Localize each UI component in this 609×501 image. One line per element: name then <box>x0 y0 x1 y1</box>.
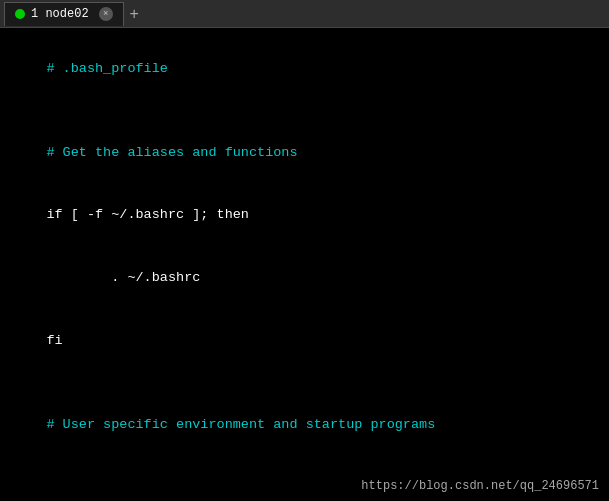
line-5: . ~/.bashrc <box>14 247 595 310</box>
line-9 <box>14 456 595 477</box>
line-3: # Get the aliases and functions <box>14 122 595 185</box>
tab-close-icon[interactable]: × <box>99 7 113 21</box>
title-bar: 1 node02 × + <box>0 0 609 28</box>
line-3-text: # Get the aliases and functions <box>46 145 297 160</box>
tab-dot <box>15 9 25 19</box>
line-4: if [ -f ~/.bashrc ]; then <box>14 184 595 247</box>
line-8-text: # User specific environment and startup … <box>46 417 435 432</box>
line-6-text: fi <box>46 333 62 348</box>
terminal-body: # .bash_profile # Get the aliases and fu… <box>0 28 609 501</box>
line-1: # .bash_profile <box>14 38 595 101</box>
new-tab-button[interactable]: + <box>124 2 145 26</box>
line-6: fi <box>14 310 595 373</box>
line-5-text: . ~/.bashrc <box>46 270 200 285</box>
watermark: https://blog.csdn.net/qq_24696571 <box>361 479 599 493</box>
line-4-text: if [ -f ~/.bashrc ]; then <box>46 207 249 222</box>
line-1-text: # .bash_profile <box>46 61 168 76</box>
line-8: # User specific environment and startup … <box>14 394 595 457</box>
line-7 <box>14 373 595 394</box>
tab[interactable]: 1 node02 × <box>4 2 124 26</box>
line-2 <box>14 101 595 122</box>
tab-label: 1 node02 <box>31 7 89 21</box>
